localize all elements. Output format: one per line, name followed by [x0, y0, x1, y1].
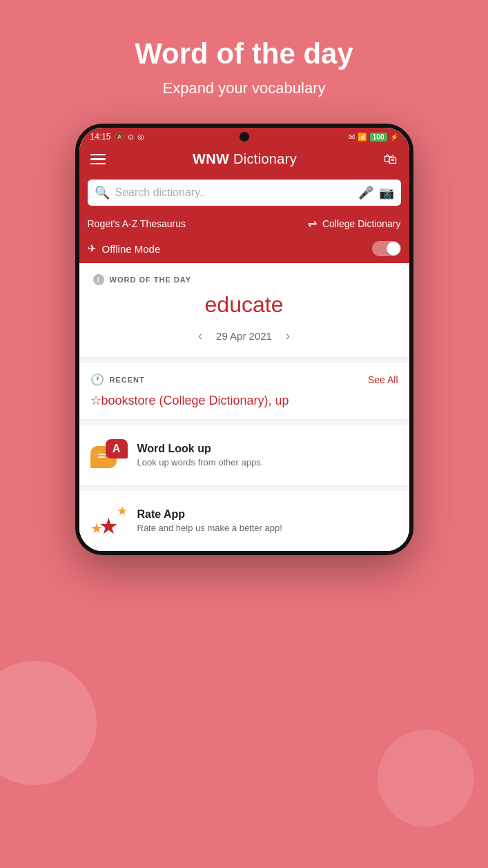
camera-notch — [240, 132, 249, 142]
content-area: i WORD OF THE DAY educate ‹ 29 Apr 2021 … — [79, 263, 409, 551]
wotd-date: 29 Apr 2021 — [216, 330, 272, 342]
see-all-button[interactable]: See All — [368, 374, 398, 385]
switch-icon[interactable]: ⇌ — [308, 217, 317, 230]
camera-search-icon[interactable]: 📷 — [379, 185, 394, 200]
word-lookup-icon: A — [90, 436, 128, 474]
recent-card: 🕐 RECENT See All ☆bookstore (College Dic… — [79, 363, 409, 420]
wotd-word[interactable]: educate — [93, 292, 396, 318]
word-lookup-card[interactable]: A Word Look up Look up words from other … — [79, 425, 409, 485]
hero-subtitle: Expand your vocabulary — [162, 79, 325, 97]
app-title-bold: WNW — [193, 151, 229, 166]
charging-icon: ⚡ — [390, 133, 398, 141]
airplane-icon: ✈ — [88, 242, 97, 255]
word-lookup-subtitle: Look up words from other apps. — [137, 457, 264, 467]
wotd-date-row: ‹ 29 Apr 2021 › — [93, 329, 396, 343]
cast-icon: ◎ — [137, 133, 144, 142]
app-title-normal: Dictionary — [229, 151, 297, 166]
battery-icon: 100 — [370, 133, 387, 142]
rate-app-icon: ★ ★ ★ — [90, 502, 128, 539]
word-lookup-text: Word Look up Look up words from other ap… — [137, 443, 264, 467]
time-display: 14:15 — [90, 132, 111, 142]
signal-icon: 🔕 — [115, 133, 124, 142]
wotd-card: i WORD OF THE DAY educate ‹ 29 Apr 2021 … — [79, 263, 409, 358]
search-bar[interactable]: 🔍 Search dictionary.. 🎤 📷 — [88, 180, 401, 206]
college-button[interactable]: College Dictionary — [322, 218, 401, 229]
prev-date-button[interactable]: ‹ — [198, 329, 202, 343]
app-bar: WNW Dictionary 🛍 — [79, 144, 409, 174]
hero-title: Word of the day — [135, 38, 353, 70]
svg-rect-1 — [98, 456, 105, 458]
offline-row: ✈ Offline Mode — [79, 235, 409, 263]
camera-dot — [240, 132, 249, 142]
offline-label: Offline Mode — [102, 243, 367, 255]
nfc-icon: ⊙ — [128, 133, 134, 142]
menu-button[interactable] — [90, 154, 106, 165]
star-small-right-icon: ★ — [117, 503, 128, 519]
status-left: 14:15 🔕 ⊙ ◎ — [90, 132, 144, 142]
info-icon: i — [93, 274, 104, 285]
search-bar-wrapper: 🔍 Search dictionary.. 🎤 📷 — [79, 174, 409, 213]
status-bar: 14:15 🔕 ⊙ ◎ ✉ 📶 100 ⚡ — [79, 128, 409, 144]
wotd-label-row: i WORD OF THE DAY — [93, 274, 396, 285]
phone-mockup: 14:15 🔕 ⊙ ◎ ✉ 📶 100 ⚡ WNW Dictionary 🛍 🔍… — [75, 124, 413, 555]
thesaurus-button[interactable]: Roget's A-Z Thesaurus — [88, 218, 302, 229]
wifi-icon: 📶 — [358, 133, 367, 142]
recent-section-label: RECENT — [110, 376, 145, 384]
rate-app-title: Rate App — [137, 508, 282, 521]
bg-circle-left — [0, 661, 97, 785]
rate-app-text: Rate App Rate and help us make a better … — [137, 508, 282, 533]
search-input[interactable]: Search dictionary.. — [115, 186, 353, 199]
app-title: WNW Dictionary — [193, 151, 297, 167]
recent-left: 🕐 RECENT — [90, 373, 145, 386]
recent-item[interactable]: ☆bookstore (College Dictionary), up — [90, 393, 398, 408]
mic-icon[interactable]: 🎤 — [358, 185, 373, 200]
search-icon: 🔍 — [95, 185, 110, 200]
bg-circle-right — [378, 730, 474, 827]
rate-app-card[interactable]: ★ ★ ★ Rate App Rate and help us make a b… — [79, 491, 409, 551]
store-icon[interactable]: 🛍 — [384, 151, 398, 167]
recent-header: 🕐 RECENT See All — [90, 373, 398, 386]
toggle-knob — [387, 242, 400, 255]
wotd-section-label: WORD OF THE DAY — [110, 276, 192, 284]
history-icon: 🕐 — [90, 373, 104, 386]
offline-toggle[interactable] — [372, 241, 401, 256]
word-lookup-title: Word Look up — [137, 443, 264, 455]
bubble-red: A — [106, 439, 128, 459]
toolbar-row: Roget's A-Z Thesaurus ⇌ College Dictiona… — [79, 213, 409, 235]
word-lookup-letter: A — [113, 443, 121, 455]
status-right: ✉ 📶 100 ⚡ — [349, 133, 398, 142]
message-icon: ✉ — [349, 133, 355, 142]
next-date-button[interactable]: › — [286, 329, 290, 343]
rate-app-subtitle: Rate and help us make a better app! — [137, 523, 282, 533]
